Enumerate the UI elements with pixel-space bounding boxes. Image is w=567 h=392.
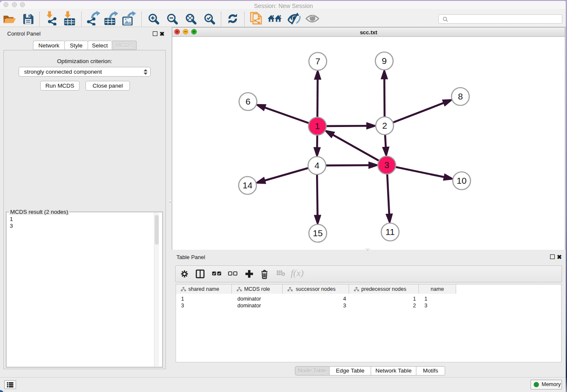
svg-text:2: 2	[382, 121, 387, 130]
svg-text:10: 10	[457, 176, 466, 185]
svg-text:9: 9	[382, 56, 387, 66]
svg-text:15: 15	[313, 228, 322, 238]
svg-text:7: 7	[315, 56, 320, 66]
svg-text:14: 14	[242, 180, 253, 190]
svg-text:8: 8	[458, 91, 463, 101]
svg-text:6: 6	[245, 97, 250, 106]
svg-text:11: 11	[385, 227, 395, 237]
svg-text:4: 4	[314, 160, 319, 170]
svg-text:1: 1	[315, 121, 320, 131]
svg-text:3: 3	[384, 160, 389, 170]
